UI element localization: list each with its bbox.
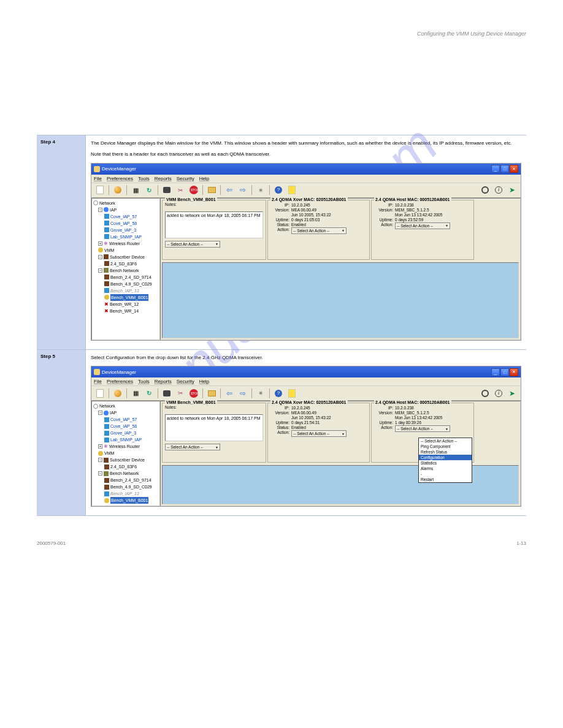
- tree[interactable]: Network −IAP Cove_IAP_57 Cove_IAP_58 Gro…: [91, 198, 160, 340]
- dropdown-item[interactable]: Alarms: [419, 466, 472, 471]
- menu-preferences[interactable]: Preferences: [107, 379, 133, 384]
- tree-iap-1[interactable]: Cove_IAP_58: [110, 423, 137, 430]
- tree-bn-5[interactable]: Bench_WR_14: [110, 308, 139, 314]
- expand-icon[interactable]: +: [98, 444, 102, 449]
- menu-security[interactable]: Security: [177, 176, 194, 181]
- grid-icon[interactable]: ▦: [129, 184, 142, 196]
- tree-iap-3[interactable]: Lab_SNMP_IAP: [110, 233, 142, 240]
- help-icon[interactable]: ?: [272, 387, 285, 400]
- forward-icon[interactable]: ⇨: [237, 184, 249, 196]
- moon-icon[interactable]: [112, 184, 124, 196]
- collapse-icon[interactable]: −: [98, 471, 102, 476]
- action-select[interactable]: -- Select An Action --▼: [395, 222, 450, 229]
- tree-bn-group[interactable]: Bench Network: [110, 470, 139, 477]
- stop-icon[interactable]: STOP: [188, 387, 200, 400]
- notes-box[interactable]: added to network on Mon Apr 18, 2005 06:…: [165, 211, 263, 238]
- moon-icon[interactable]: [112, 387, 124, 400]
- menu-preferences[interactable]: Preferences: [107, 176, 133, 181]
- dropdown-item[interactable]: -- Select An Action --: [419, 438, 472, 444]
- menu-tools[interactable]: Tools: [138, 176, 150, 181]
- note-icon[interactable]: [286, 387, 298, 400]
- tree-bn-1[interactable]: Bench_4.9_SD_C029: [110, 483, 152, 490]
- tree-sd[interactable]: 2.4_SD_83F6: [110, 260, 137, 267]
- dropdown-item[interactable]: Refresh Status: [419, 449, 472, 455]
- tree-bn-3-selected[interactable]: Bench_VMM_B001: [110, 497, 148, 504]
- send-icon[interactable]: ➤: [506, 387, 518, 400]
- menu-reports[interactable]: Reports: [155, 176, 172, 181]
- ring-icon[interactable]: [479, 184, 491, 196]
- action-select[interactable]: -- Select An Action --▼: [165, 444, 220, 450]
- tree-iap[interactable]: IAP: [110, 409, 117, 416]
- dropdown-item[interactable]: Ping Component: [419, 444, 472, 449]
- gear-icon[interactable]: ✷: [255, 184, 267, 196]
- tree-bn-1[interactable]: Bench_4.9_SD_C029: [110, 281, 152, 287]
- menu-file[interactable]: File: [94, 379, 102, 384]
- tree[interactable]: Network −IAP Cove_IAP_57 Cove_IAP_58 Gro…: [91, 401, 160, 506]
- tree-bn-4[interactable]: Bench_WR_12: [110, 504, 139, 506]
- forward-icon[interactable]: ⇨: [237, 387, 249, 400]
- collapse-icon[interactable]: −: [98, 411, 102, 415]
- action-select[interactable]: -- Select An Action --▼: [291, 430, 347, 437]
- close-button[interactable]: ✕: [510, 165, 518, 173]
- maximize-button[interactable]: □: [500, 368, 509, 376]
- tree-sd-group[interactable]: Subscriber Device: [110, 457, 145, 463]
- collapse-icon[interactable]: −: [98, 458, 102, 462]
- cut-icon[interactable]: ✂: [174, 184, 186, 196]
- tree-iap-3[interactable]: Lab_SNMP_IAP: [110, 436, 142, 443]
- dropdown-item[interactable]: Statistics: [419, 460, 472, 466]
- menu-security[interactable]: Security: [177, 379, 194, 384]
- notes-box[interactable]: added to network on Mon Apr 18, 2005 06:…: [165, 414, 263, 441]
- tree-iap-0[interactable]: Cove_IAP_57: [110, 416, 137, 423]
- collapse-icon[interactable]: −: [98, 255, 102, 259]
- tree-wr[interactable]: Wireless Router: [109, 240, 140, 247]
- menu-tools[interactable]: Tools: [138, 379, 150, 384]
- tree-bn-3-selected[interactable]: Bench_VMM_B001: [110, 294, 148, 301]
- stop-icon[interactable]: STOP: [188, 184, 200, 196]
- tree-vmm[interactable]: VMM: [104, 450, 114, 457]
- tree-iap-1[interactable]: Cove_IAP_58: [110, 220, 137, 227]
- tree-bn-0[interactable]: Bench_2.4_SD_9714: [110, 274, 151, 281]
- collapse-icon[interactable]: −: [98, 208, 102, 212]
- collapse-icon[interactable]: −: [98, 268, 102, 273]
- dropdown-item-highlighted[interactable]: Configuration: [419, 455, 472, 460]
- find-icon[interactable]: [161, 184, 173, 196]
- action-dropdown-open[interactable]: -- Select An Action -- Ping Component Re…: [418, 438, 472, 483]
- new-icon[interactable]: [94, 387, 106, 400]
- expand-icon[interactable]: +: [98, 241, 102, 246]
- open-icon[interactable]: [205, 387, 218, 400]
- close-button[interactable]: ✕: [510, 368, 518, 376]
- cut-icon[interactable]: ✂: [174, 387, 186, 400]
- tree-root[interactable]: Network: [99, 200, 115, 207]
- action-select[interactable]: -- Select An Action --▼: [291, 227, 347, 234]
- back-icon[interactable]: ⇦: [223, 184, 236, 196]
- refresh-icon[interactable]: ↻: [143, 387, 155, 400]
- tree-iap[interactable]: IAP: [110, 207, 117, 213]
- tree-sd[interactable]: 2.4_SD_83F6: [110, 463, 137, 470]
- tree-iap-2[interactable]: Grove_IAP_3: [110, 227, 136, 233]
- tree-vmm[interactable]: VMM: [104, 247, 114, 254]
- tree-iap-2[interactable]: Grove_IAP_3: [110, 430, 136, 436]
- back-icon[interactable]: ⇦: [223, 387, 236, 400]
- ring-icon[interactable]: [479, 387, 491, 400]
- menu-file[interactable]: File: [94, 176, 102, 181]
- dropdown-item[interactable]: Restart: [419, 477, 472, 482]
- new-icon[interactable]: [94, 184, 106, 196]
- action-select-open[interactable]: -- Select An Action --▼: [395, 425, 450, 432]
- tree-bn-2[interactable]: Bench_IAP_13: [110, 490, 139, 497]
- info-icon[interactable]: i: [492, 387, 505, 400]
- menu-reports[interactable]: Reports: [155, 379, 172, 384]
- note-icon[interactable]: [286, 184, 298, 196]
- tree-root[interactable]: Network: [99, 403, 115, 409]
- find-icon[interactable]: [161, 387, 173, 400]
- tree-iap-0[interactable]: Cove_IAP_57: [110, 213, 137, 220]
- menu-help[interactable]: Help: [199, 176, 209, 181]
- menu-help[interactable]: Help: [199, 379, 209, 384]
- minimize-button[interactable]: _: [491, 368, 500, 376]
- action-select[interactable]: -- Select An Action --▼: [165, 241, 220, 248]
- open-icon[interactable]: [205, 184, 218, 196]
- gear-icon[interactable]: ✷: [255, 387, 267, 400]
- info-icon[interactable]: i: [492, 184, 505, 196]
- help-icon[interactable]: ?: [272, 184, 285, 196]
- tree-bn-2[interactable]: Bench_IAP_13: [110, 287, 139, 294]
- refresh-icon[interactable]: ↻: [143, 184, 155, 196]
